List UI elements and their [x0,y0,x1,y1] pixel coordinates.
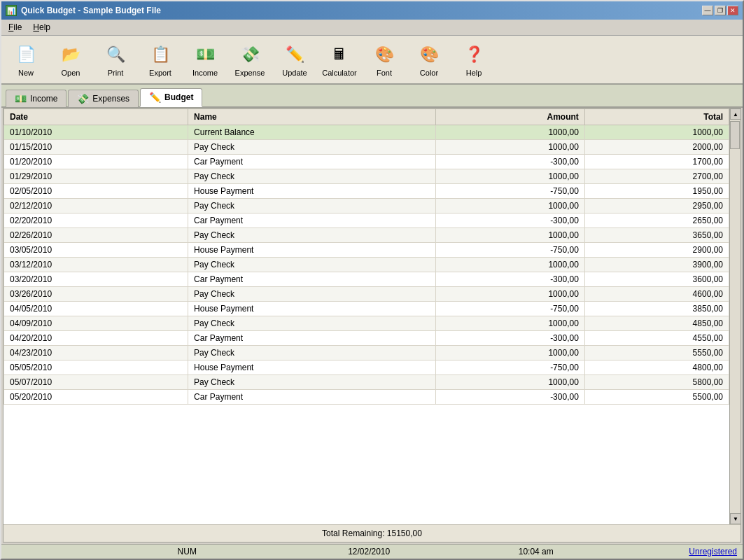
toolbar-open-button[interactable]: 📂 Open [50,38,91,80]
table-row[interactable]: 05/07/2010Pay Check1000,005800,00 [4,375,729,390]
cell-date: 02/20/2010 [4,214,188,228]
menu-bar: File Help [1,20,743,36]
open-icon: 📂 [58,42,83,67]
cell-total: 4850,00 [584,316,729,331]
cell-name: Car Payment [188,155,436,169]
cell-amount: -300,00 [436,390,585,405]
table-body: 01/10/2010Current Balance1000,001000,000… [4,125,729,405]
toolbar-font-button[interactable]: 🎨 Font [364,38,405,80]
table-row[interactable]: 04/09/2010Pay Check1000,004850,00 [4,316,729,331]
cell-total: 2950,00 [584,199,729,214]
table-row[interactable]: 03/05/2010House Payment-750,002900,00 [4,243,729,258]
menu-help[interactable]: Help [29,21,55,34]
cell-amount: -300,00 [436,155,585,169]
table-row[interactable]: 02/20/2010Car Payment-300,002650,00 [4,214,729,228]
scroll-thumb[interactable] [730,121,740,149]
cell-date: 01/15/2010 [4,140,188,155]
scroll-down-button[interactable]: ▼ [730,513,741,524]
menu-file[interactable]: File [4,21,26,34]
status-registration[interactable]: Unregistered [689,547,737,556]
col-header-date: Date [4,109,188,125]
income-tab-label: Income [30,94,57,104]
cell-total: 3850,00 [584,302,729,316]
cell-total: 5550,00 [584,346,729,360]
income-tab-icon: 💵 [15,93,27,104]
table-row[interactable]: 01/29/2010Pay Check1000,002700,00 [4,169,729,184]
close-button[interactable]: ✕ [727,6,738,15]
cell-total: 5500,00 [584,390,729,405]
table-row[interactable]: 03/26/2010Pay Check1000,004600,00 [4,287,729,302]
cell-name: House Payment [188,184,436,199]
toolbar-expense-button[interactable]: 💸 Expense [230,38,270,80]
cell-name: Car Payment [188,214,436,228]
cell-amount: 1000,00 [436,258,585,272]
cell-date: 03/12/2010 [4,258,188,272]
toolbar-export-button[interactable]: 📋 Export [140,38,181,80]
toolbar-income-button[interactable]: 💵 Income [185,38,225,80]
table-row[interactable]: 03/12/2010Pay Check1000,003900,00 [4,258,729,272]
restore-button[interactable]: ❐ [715,6,726,15]
cell-amount: 1000,00 [436,125,585,140]
toolbar-calculator-button[interactable]: 🖩 Calculator [319,38,360,80]
help-icon: ❓ [461,42,486,67]
cell-amount: -300,00 [436,272,585,287]
cell-name: Pay Check [188,228,436,243]
cell-total: 3900,00 [584,258,729,272]
toolbar-help-button[interactable]: ❓ Help [454,38,494,80]
budget-tab-label: Budget [164,92,193,102]
table-row[interactable]: 02/12/2010Pay Check1000,002950,00 [4,199,729,214]
income-icon: 💵 [192,42,218,67]
table-row[interactable]: 04/05/2010House Payment-750,003850,00 [4,302,729,316]
cell-date: 04/09/2010 [4,316,188,331]
content-area: Date Name Amount Total 01/10/2010Current… [3,108,741,542]
toolbar-color-button[interactable]: 🎨 Color [409,38,449,80]
cell-total: 3650,00 [584,228,729,243]
cell-amount: 1000,00 [436,375,585,390]
cell-total: 4550,00 [584,331,729,346]
status-time: 10:04 am [519,547,675,556]
scrollbar[interactable]: ▲ ▼ [729,108,741,524]
expenses-tab-icon: 💸 [77,93,89,104]
cell-date: 01/10/2010 [4,125,188,140]
table-row[interactable]: 02/05/2010House Payment-750,001950,00 [4,184,729,199]
scroll-up-button[interactable]: ▲ [730,108,741,120]
toolbar-new-button[interactable]: 📄 New [6,38,46,80]
table-row[interactable]: 01/10/2010Current Balance1000,001000,00 [4,125,729,140]
table-row[interactable]: 04/20/2010Car Payment-300,004550,00 [4,331,729,346]
cell-name: Pay Check [188,169,436,184]
minimize-button[interactable]: — [702,6,713,15]
cell-name: Pay Check [188,140,436,155]
cell-name: Pay Check [188,316,436,331]
total-bar: Total Remaining: 15150,00 [3,524,741,542]
status-date: 12/02/2010 [348,547,505,556]
cell-name: Pay Check [188,287,436,302]
tab-expenses[interactable]: 💸 Expenses [68,90,139,107]
cell-total: 1950,00 [584,184,729,199]
table-row[interactable]: 03/20/2010Car Payment-300,003600,00 [4,272,729,287]
table-row[interactable]: 02/26/2010Pay Check1000,003650,00 [4,228,729,243]
title-bar: 📊 Quick Budget - Sample Budget File — ❐ … [1,1,743,20]
toolbar-print-button[interactable]: 🔍 Print [95,38,136,80]
table-row[interactable]: 04/23/2010Pay Check1000,005550,00 [4,346,729,360]
budget-tab-icon: ✏️ [149,92,161,103]
tab-income[interactable]: 💵 Income [6,90,66,107]
table-row[interactable]: 01/15/2010Pay Check1000,002000,00 [4,140,729,155]
cell-name: Pay Check [188,258,436,272]
table-row[interactable]: 01/20/2010Car Payment-300,001700,00 [4,155,729,169]
cell-total: 1700,00 [584,155,729,169]
col-header-name: Name [188,109,436,125]
income-label: Income [192,69,218,77]
color-icon: 🎨 [416,42,442,67]
table-row[interactable]: 05/05/2010House Payment-750,004800,00 [4,360,729,375]
toolbar-update-button[interactable]: ✏️ Update [274,38,315,80]
cell-name: Pay Check [188,199,436,214]
tab-budget[interactable]: ✏️ Budget [140,88,202,107]
scroll-track[interactable] [730,120,741,513]
tabs-bar: 💵 Income 💸 Expenses ✏️ Budget [1,85,743,108]
cell-amount: 1000,00 [436,287,585,302]
cell-date: 02/05/2010 [4,184,188,199]
table-row[interactable]: 05/20/2010Car Payment-300,005500,00 [4,390,729,405]
export-label: Export [149,69,171,77]
expense-icon: 💸 [237,42,262,67]
cell-date: 05/07/2010 [4,375,188,390]
